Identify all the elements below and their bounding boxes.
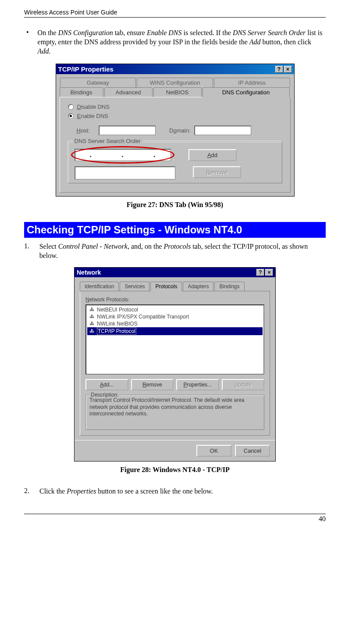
radio-icon	[68, 104, 74, 110]
protocols-listbox[interactable]: 🖧NetBEUI Protocol 🖧NWLink IPX/SPX Compat…	[85, 304, 264, 375]
close-button[interactable]: ×	[265, 269, 273, 276]
page-header: Wireless Access Point User Guide	[24, 9, 326, 18]
list-item[interactable]: 🖧NetBEUI Protocol	[87, 306, 263, 313]
description-box: Description: Transport Control Protocol/…	[85, 395, 264, 430]
radio-icon	[68, 113, 74, 119]
figure-28: Network ? × Identification Services Prot…	[24, 267, 326, 474]
tab-dns-configuration[interactable]: DNS Configuration	[203, 87, 290, 97]
help-button[interactable]: ?	[275, 66, 283, 73]
description-label: Description:	[89, 392, 120, 398]
list-item[interactable]: 🖧NWLink IPX/SPX Compatible Transport	[87, 313, 263, 320]
step-2: 2. Click the Properties button to see a …	[24, 487, 326, 496]
group-legend: DNS Server Search Order	[73, 138, 142, 144]
tab-bindings[interactable]: Bindings	[214, 282, 244, 291]
list-label: Network Protocols:	[85, 297, 264, 303]
network-dialog: Network ? × Identification Services Prot…	[74, 267, 276, 462]
tab-ipaddress[interactable]: IP Address	[214, 78, 290, 87]
bullet-marker: •	[26, 29, 29, 56]
tab-panel: Disable DNS Enable DNS Host: Domain: DNS…	[60, 97, 291, 193]
header-title: Wireless Access Point User Guide	[24, 9, 117, 16]
radio-enable-dns[interactable]: Enable DNS	[68, 113, 282, 119]
section-heading: Checking TCP/IP Settings - Windows NT4.0	[24, 222, 326, 238]
tab-adapters[interactable]: Adapters	[183, 282, 213, 291]
description-text: Transport Control Protocol/Internet Prot…	[89, 397, 260, 418]
protocols-panel: Network Protocols: 🖧NetBEUI Protocol 🖧NW…	[80, 291, 270, 436]
list-item[interactable]: 🖧NWLink NetBIOS	[87, 320, 263, 327]
dns-search-order-group: DNS Server Search Order . . . Add	[68, 141, 282, 183]
dialog-title: Network	[77, 269, 256, 276]
dialog-title: TCP/IP Properties	[58, 65, 274, 73]
title-bar: Network ? ×	[75, 268, 275, 277]
tab-row-front: Bindings Advanced NetBIOS DNS Configurat…	[60, 87, 291, 97]
protocol-icon: 🖧	[88, 321, 95, 327]
button-row: Add... Remove Properties... Update	[85, 379, 264, 390]
help-button[interactable]: ?	[256, 269, 264, 276]
protocol-icon: 🖧	[88, 314, 95, 320]
dns-list[interactable]	[75, 166, 175, 179]
bullet-text: On the DNS Configuration tab, ensure Ena…	[38, 29, 326, 56]
domain-input[interactable]	[194, 125, 251, 135]
ip-input[interactable]: . . .	[75, 149, 171, 161]
tab-gateway[interactable]: Gateway	[60, 78, 136, 87]
tab-row-back: Gateway WINS Configuration IP Address	[60, 78, 291, 87]
remove-button[interactable]: Remove	[131, 379, 174, 390]
tab-advanced[interactable]: Advanced	[104, 87, 153, 97]
page-number: 40	[24, 514, 326, 523]
update-button[interactable]: Update	[222, 379, 265, 390]
tab-bindings[interactable]: Bindings	[60, 87, 103, 97]
tab-protocols[interactable]: Protocols	[150, 282, 182, 291]
tcpip-properties-dialog: TCP/IP Properties ? × Gateway WINS Confi…	[56, 64, 295, 197]
add-button[interactable]: Add	[188, 149, 237, 161]
radio-disable-dns[interactable]: Disable DNS	[68, 104, 282, 110]
tab-netbios[interactable]: NetBIOS	[153, 87, 202, 97]
figure-27: TCP/IP Properties ? × Gateway WINS Confi…	[24, 64, 326, 209]
list-item-selected[interactable]: 🖧TCP/IP Protocol	[87, 327, 263, 335]
host-input[interactable]	[99, 125, 156, 135]
ok-button[interactable]: OK	[196, 445, 231, 457]
dialog-footer: OK Cancel	[75, 440, 275, 461]
protocol-icon: 🖧	[88, 328, 95, 334]
host-domain-row: Host: Domain:	[77, 125, 282, 135]
cancel-button[interactable]: Cancel	[235, 445, 270, 457]
domain-label: Domain:	[156, 127, 191, 134]
properties-button[interactable]: Properties...	[176, 379, 219, 390]
bullet-item: • On the DNS Configuration tab, ensure E…	[26, 29, 326, 56]
tabs: Identification Services Protocols Adapte…	[80, 282, 270, 291]
add-button[interactable]: Add...	[85, 379, 128, 390]
step-1: 1. Select Control Panel - Network, and, …	[24, 242, 326, 261]
tab-wins[interactable]: WINS Configuration	[137, 78, 213, 87]
close-button[interactable]: ×	[284, 66, 292, 73]
figure-27-caption: Figure 27: DNS Tab (Win 95/98)	[24, 201, 326, 209]
title-bar: TCP/IP Properties ? ×	[56, 64, 294, 74]
host-label: Host:	[77, 127, 99, 134]
protocol-icon: 🖧	[88, 307, 95, 313]
tab-identification[interactable]: Identification	[80, 282, 119, 291]
tab-services[interactable]: Services	[120, 282, 149, 291]
step-number: 1.	[24, 242, 39, 261]
remove-button[interactable]: Remove	[193, 166, 241, 178]
figure-28-caption: Figure 28: Windows NT4.0 - TCP/IP	[24, 466, 326, 474]
step-number: 2.	[24, 487, 39, 496]
